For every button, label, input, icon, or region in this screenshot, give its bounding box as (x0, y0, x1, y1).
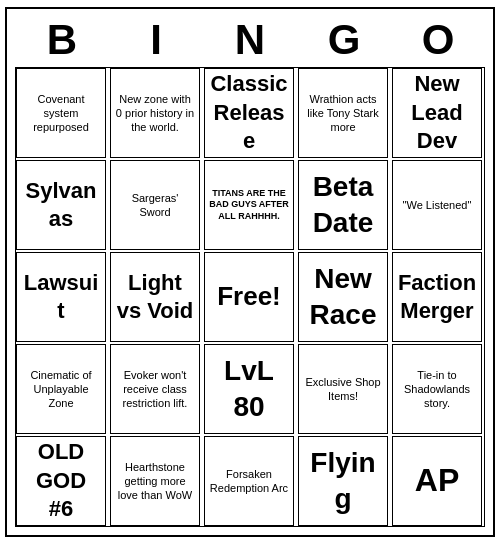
bingo-letter: G (299, 17, 389, 63)
bingo-cell[interactable]: Forsaken Redemption Arc (204, 436, 294, 526)
bingo-cell[interactable]: LvL 80 (204, 344, 294, 434)
bingo-cell[interactable]: Exclusive Shop Items! (298, 344, 388, 434)
bingo-cell[interactable]: Classic Release (204, 68, 294, 158)
bingo-grid: Covenant system repurposedNew zone with … (15, 67, 485, 527)
bingo-cell[interactable]: Light vs Void (110, 252, 200, 342)
bingo-letter: O (393, 17, 483, 63)
bingo-cell[interactable]: Evoker won't receive class restriction l… (110, 344, 200, 434)
bingo-cell[interactable]: Cinematic of Unplayable Zone (16, 344, 106, 434)
bingo-card: BINGO Covenant system repurposedNew zone… (5, 7, 495, 537)
bingo-cell[interactable]: Lawsuit (16, 252, 106, 342)
bingo-cell[interactable]: OLD GOD #6 (16, 436, 106, 526)
bingo-cell[interactable]: New Race (298, 252, 388, 342)
bingo-cell[interactable]: Covenant system repurposed (16, 68, 106, 158)
bingo-cell[interactable]: Sargeras' Sword (110, 160, 200, 250)
bingo-cell[interactable]: New Lead Dev (392, 68, 482, 158)
bingo-cell[interactable]: "We Listened" (392, 160, 482, 250)
bingo-cell[interactable]: New zone with 0 prior history in the wor… (110, 68, 200, 158)
bingo-cell[interactable]: Faction Merger (392, 252, 482, 342)
bingo-cell[interactable]: Beta Date (298, 160, 388, 250)
bingo-cell[interactable]: Flying (298, 436, 388, 526)
bingo-cell[interactable]: Hearthstone getting more love than WoW (110, 436, 200, 526)
bingo-cell[interactable]: Free! (204, 252, 294, 342)
bingo-cell[interactable]: Wrathion acts like Tony Stark more (298, 68, 388, 158)
bingo-cell[interactable]: AP (392, 436, 482, 526)
bingo-title: BINGO (15, 17, 485, 63)
bingo-letter: I (111, 17, 201, 63)
bingo-letter: N (205, 17, 295, 63)
bingo-letter: B (17, 17, 107, 63)
bingo-cell[interactable]: TITANS ARE THE BAD GUYS AFTER ALL RAHHHH… (204, 160, 294, 250)
bingo-cell[interactable]: Tie-in to Shadowlands story. (392, 344, 482, 434)
bingo-cell[interactable]: Sylvanas (16, 160, 106, 250)
